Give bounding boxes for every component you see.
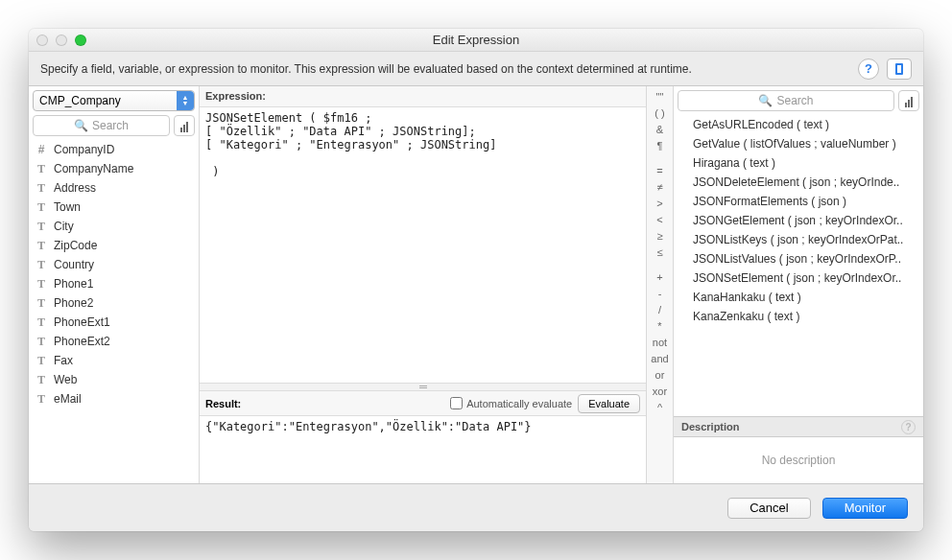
text-type-icon: T [35, 392, 48, 407]
splitter-handle[interactable] [200, 383, 646, 391]
table-select-value: CMP_Company [39, 94, 121, 107]
field-name: CompanyName [54, 162, 133, 175]
text-type-icon: T [35, 315, 48, 330]
function-item[interactable]: GetValue ( listOfValues ; valueNumber ) [674, 134, 923, 153]
text-type-icon: T [35, 220, 48, 234]
text-type-icon: T [35, 296, 48, 311]
description-help-icon[interactable]: ? [901, 420, 916, 434]
field-item[interactable]: TWeb [29, 370, 199, 389]
field-item[interactable]: TCity [29, 217, 199, 236]
function-item[interactable]: GetAsURLEncoded ( text ) [674, 115, 923, 134]
field-item[interactable]: TPhoneExt1 [29, 313, 199, 332]
text-type-icon: T [35, 335, 48, 349]
function-item[interactable]: JSONListValues ( json ; keyOrIndexOrP.. [674, 249, 923, 268]
fields-sort-button[interactable] [174, 115, 195, 136]
operator-button[interactable]: xor [653, 385, 667, 398]
fields-search-input[interactable]: 🔍 Search [33, 115, 170, 136]
operator-button[interactable]: < [656, 213, 662, 226]
operator-button[interactable]: & [656, 123, 663, 136]
function-item[interactable]: JSONListKeys ( json ; keyOrIndexOrPat.. [674, 230, 923, 249]
search-icon: 🔍 [74, 119, 88, 132]
description-header: Description ? [674, 416, 923, 437]
text-type-icon: T [35, 239, 48, 253]
operator-button[interactable]: ≥ [656, 229, 662, 243]
operator-button[interactable]: / [658, 303, 661, 316]
operator-button[interactable]: ≠ [656, 180, 662, 194]
text-type-icon: T [35, 181, 48, 196]
result-header: Result: Automatically evaluate Evaluate [200, 391, 646, 416]
help-button[interactable]: ? [858, 58, 879, 80]
field-item[interactable]: TCompanyName [29, 159, 199, 178]
function-item[interactable]: KanaHankaku ( text ) [674, 288, 923, 307]
functions-search-placeholder: Search [776, 94, 813, 107]
functions-list[interactable]: GetAsURLEncoded ( text )GetValue ( listO… [674, 115, 923, 416]
operator-button[interactable]: ≤ [656, 245, 662, 259]
field-item[interactable]: TAddress [29, 178, 199, 198]
field-item[interactable]: TFax [29, 351, 199, 370]
field-name: Country [54, 258, 94, 271]
operator-button[interactable]: * [657, 319, 661, 333]
operator-button[interactable]: ¶ [657, 139, 663, 152]
function-item[interactable]: JSONSetElement ( json ; keyOrIndexOr.. [674, 268, 923, 288]
expression-textarea[interactable]: JSONSetElement ( $fm16 ; [ "Özellik" ; "… [200, 107, 646, 383]
operator-button[interactable]: + [656, 270, 662, 284]
field-item[interactable]: TPhone1 [29, 274, 199, 293]
field-item[interactable]: TPhoneExt2 [29, 332, 199, 351]
fields-search-placeholder: Search [92, 119, 129, 132]
field-name: ZipCode [54, 239, 97, 252]
operator-button[interactable]: and [651, 352, 668, 365]
field-name: Phone1 [54, 277, 93, 291]
field-name: City [54, 220, 74, 233]
operator-button[interactable]: or [655, 368, 665, 382]
field-name: Address [54, 181, 96, 195]
auto-evaluate-label: Automatically evaluate [466, 398, 572, 409]
field-item[interactable]: TZipCode [29, 236, 199, 255]
auto-evaluate-checkbox[interactable]: Automatically evaluate [450, 397, 572, 409]
function-item[interactable]: Hiragana ( text ) [674, 153, 923, 173]
functions-search-input[interactable]: 🔍 Search [678, 90, 894, 111]
operator-button[interactable]: ^ [657, 401, 662, 414]
function-item[interactable]: JSONFormatElements ( json ) [674, 192, 923, 211]
cancel-button[interactable]: Cancel [727, 498, 810, 519]
operator-button[interactable]: not [653, 336, 667, 349]
expression-label: Expression: [200, 86, 646, 107]
fields-list[interactable]: #CompanyIDTCompanyNameTAddressTTownTCity… [29, 140, 199, 483]
operator-button[interactable]: = [656, 164, 662, 177]
expression-panel: Expression: JSONSetElement ( $fm16 ; [ "… [200, 86, 647, 483]
fields-panel: CMP_Company ▲▼ 🔍 Search #CompanyIDTCompa… [29, 86, 200, 483]
subtitle-row: Specify a field, variable, or expression… [29, 52, 923, 86]
auto-evaluate-input[interactable] [450, 397, 463, 409]
text-type-icon: T [35, 162, 48, 176]
operator-button[interactable]: "" [656, 90, 664, 104]
functions-sort-button[interactable] [898, 90, 919, 111]
function-item[interactable]: JSONGetElement ( json ; keyOrIndexOr.. [674, 211, 923, 230]
text-type-icon: T [35, 200, 48, 215]
field-item[interactable]: TeMail [29, 389, 199, 408]
function-item[interactable]: KanaZenkaku ( text ) [674, 307, 923, 326]
toggle-panel-button[interactable] [887, 58, 912, 80]
select-arrows-icon: ▲▼ [177, 91, 194, 110]
field-item[interactable]: TPhone2 [29, 293, 199, 313]
field-item[interactable]: #CompanyID [29, 140, 199, 159]
text-type-icon: T [35, 373, 48, 387]
text-type-icon: T [35, 277, 48, 292]
result-textarea[interactable]: {"Kategori":"Entegrasyon","Özellik":"Dat… [200, 416, 646, 483]
monitor-button[interactable]: Monitor [822, 498, 908, 519]
field-item[interactable]: TTown [29, 198, 199, 217]
function-item[interactable]: JSONDeleteElement ( json ; keyOrInde.. [674, 173, 923, 192]
evaluate-button[interactable]: Evaluate [578, 394, 640, 413]
text-type-icon: T [35, 258, 48, 272]
field-item[interactable]: TCountry [29, 255, 199, 274]
subtitle-text: Specify a field, variable, or expression… [40, 62, 858, 76]
edit-expression-window: Edit Expression Specify a field, variabl… [29, 29, 923, 531]
field-name: Town [54, 200, 81, 214]
operator-button[interactable]: ( ) [654, 106, 664, 120]
table-select[interactable]: CMP_Company ▲▼ [33, 90, 195, 111]
footer: Cancel Monitor [29, 483, 923, 531]
titlebar: Edit Expression [29, 29, 923, 52]
operators-column: ""( )&¶=≠><≥≤+-/*notandorxor^ [647, 86, 674, 483]
operator-button[interactable]: > [656, 197, 662, 210]
result-label: Result: [205, 398, 241, 409]
field-name: Web [54, 373, 77, 386]
operator-button[interactable]: - [658, 287, 662, 300]
